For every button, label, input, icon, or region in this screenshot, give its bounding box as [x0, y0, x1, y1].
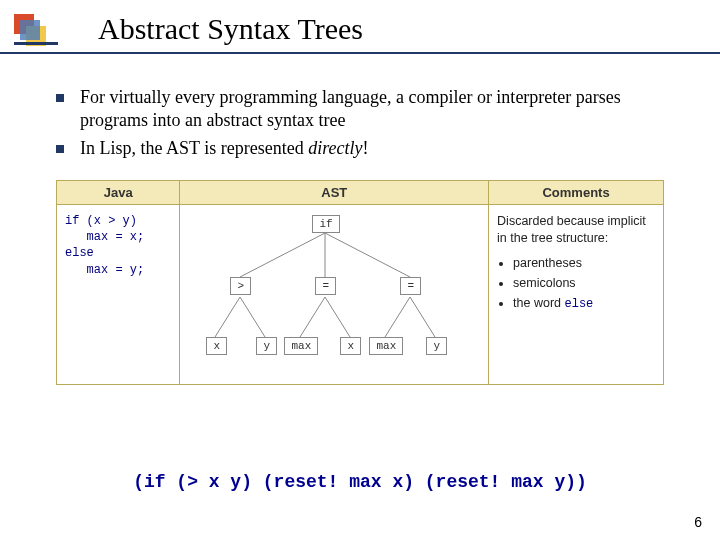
- java-code-cell: if (x > y) max = x; else max = y;: [57, 205, 180, 385]
- ast-node-gt: >: [230, 277, 251, 295]
- ast-node-max: max: [369, 337, 403, 355]
- list-item: parentheses: [513, 255, 655, 272]
- svg-line-10: [325, 297, 350, 337]
- comments-text: Discarded because implicit in the tree s…: [497, 213, 655, 312]
- ast-tree-cell: if > = = x y max x max y: [180, 205, 489, 385]
- ast-node-y: y: [256, 337, 277, 355]
- svg-line-8: [240, 297, 265, 337]
- list-item: In Lisp, the AST is represented directly…: [56, 137, 680, 160]
- ast-node-max: max: [284, 337, 318, 355]
- list-item: the word else: [513, 295, 655, 312]
- page-number: 6: [694, 514, 702, 530]
- ast-node-eq: =: [315, 277, 336, 295]
- svg-line-7: [215, 297, 240, 337]
- ast-node-x: x: [340, 337, 361, 355]
- list-item: semicolons: [513, 275, 655, 292]
- lisp-expression: (if (> x y) (reset! max x) (reset! max y…: [0, 472, 720, 492]
- col-header-java: Java: [57, 181, 180, 205]
- ast-node-eq: =: [400, 277, 421, 295]
- square-bullet-icon: [56, 145, 64, 153]
- ast-table: Java AST Comments if (x > y) max = x; el…: [56, 180, 664, 385]
- square-bullet-icon: [56, 94, 64, 102]
- comments-cell: Discarded because implicit in the tree s…: [489, 205, 664, 385]
- ast-figure: Java AST Comments if (x > y) max = x; el…: [56, 180, 664, 385]
- svg-rect-3: [14, 42, 58, 45]
- ast-node-x: x: [206, 337, 227, 355]
- ast-node-if: if: [312, 215, 339, 233]
- ast-node-y: y: [426, 337, 447, 355]
- title-underline: [0, 52, 720, 54]
- bullet-text: For virtually every programming language…: [80, 86, 680, 133]
- col-header-comments: Comments: [489, 181, 664, 205]
- svg-line-6: [325, 233, 410, 277]
- svg-line-11: [385, 297, 410, 337]
- table-row: if (x > y) max = x; else max = y;: [57, 205, 664, 385]
- slide-title: Abstract Syntax Trees: [98, 12, 700, 46]
- svg-line-9: [300, 297, 325, 337]
- svg-line-12: [410, 297, 435, 337]
- bullet-list: For virtually every programming language…: [56, 86, 680, 164]
- svg-line-4: [240, 233, 325, 277]
- col-header-ast: AST: [180, 181, 489, 205]
- java-code: if (x > y) max = x; else max = y;: [65, 213, 171, 278]
- bullet-text: In Lisp, the AST is represented directly…: [80, 137, 368, 160]
- list-item: For virtually every programming language…: [56, 86, 680, 133]
- svg-rect-2: [20, 20, 40, 40]
